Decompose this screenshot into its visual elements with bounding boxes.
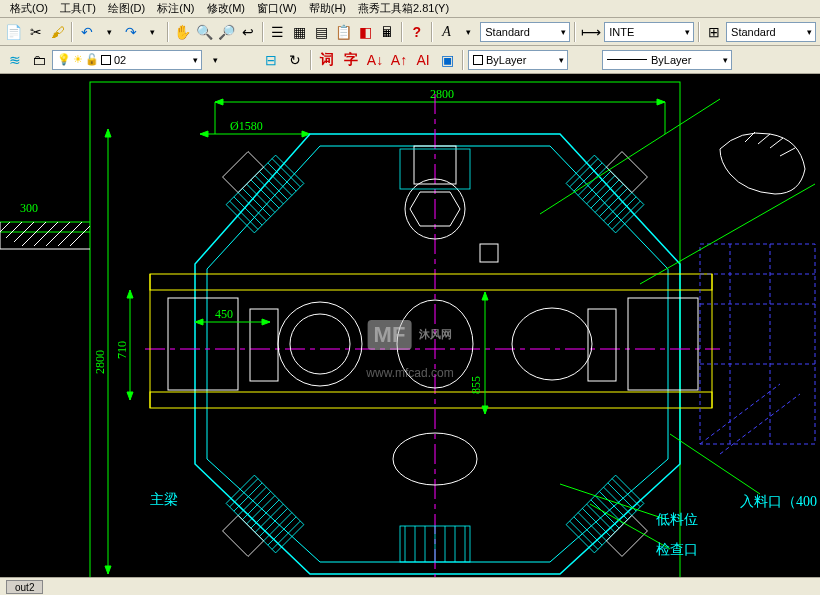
undo-dd-icon[interactable]: ▾ <box>99 21 119 43</box>
menubar: 格式(O) 工具(T) 绘图(D) 标注(N) 修改(M) 窗口(W) 帮助(H… <box>0 0 820 18</box>
svg-line-52 <box>242 188 270 216</box>
dim-300: 300 <box>20 201 38 215</box>
brush-icon[interactable]: 🖌 <box>48 21 68 43</box>
help-icon[interactable]: ? <box>407 21 427 43</box>
text-style-dropdown[interactable]: Standard <box>480 22 570 42</box>
svg-line-98 <box>608 483 636 511</box>
svg-line-81 <box>251 500 279 528</box>
note-low: 低料位 <box>656 512 698 527</box>
text-a2-icon[interactable]: A↑ <box>388 49 410 71</box>
textstyle-icon[interactable]: A <box>437 21 457 43</box>
svg-marker-113 <box>482 292 488 300</box>
svg-marker-23 <box>105 566 111 574</box>
svg-rect-36 <box>628 298 698 390</box>
svg-marker-114 <box>482 406 488 414</box>
menu-help[interactable]: 帮助(H) <box>303 0 352 17</box>
note-beam: 主梁 <box>150 492 178 507</box>
dim-450: 450 <box>215 307 233 321</box>
calc-icon[interactable]: 🖩 <box>377 21 397 43</box>
redo-icon[interactable]: ↷ <box>121 21 141 43</box>
svg-line-66 <box>582 171 610 199</box>
note-inspect: 检查口 <box>656 542 698 557</box>
new-icon[interactable]: 📄 <box>4 21 24 43</box>
svg-line-124 <box>640 184 815 284</box>
svg-line-13 <box>0 222 10 232</box>
redo-dd-icon[interactable]: ▾ <box>143 21 163 43</box>
svg-line-63 <box>570 159 598 187</box>
cut-icon[interactable]: ✂ <box>26 21 46 43</box>
separator <box>262 22 264 42</box>
linetype-value: ByLayer <box>651 54 691 66</box>
svg-line-53 <box>247 184 275 212</box>
dcenter-icon[interactable]: ▦ <box>290 21 310 43</box>
svg-marker-3 <box>657 99 665 105</box>
layer-dd-icon[interactable]: ▾ <box>204 49 226 71</box>
svg-line-122 <box>720 394 800 454</box>
ci-button[interactable]: 词 <box>316 49 338 71</box>
color-dropdown[interactable]: ByLayer <box>468 50 568 70</box>
svg-line-83 <box>259 508 287 536</box>
svg-marker-22 <box>105 129 111 137</box>
layerprops-icon[interactable]: 🗀 <box>28 49 50 71</box>
text-ai-icon[interactable]: AI <box>412 49 434 71</box>
table-style-dropdown[interactable]: Standard <box>726 22 816 42</box>
lock-icon: 🔓 <box>85 53 99 66</box>
pan-icon[interactable]: ✋ <box>173 21 193 43</box>
layers-icon[interactable]: ≋ <box>4 49 26 71</box>
zi-button[interactable]: 字 <box>340 49 362 71</box>
toolbar-1: 📄 ✂ 🖌 ↶ ▾ ↷ ▾ ✋ 🔍 🔎 ↩ ☰ ▦ ▤ 📋 ◧ 🖩 ? A ▾ … <box>0 18 820 46</box>
tpalette-icon[interactable]: ▤ <box>312 21 332 43</box>
color-swatch <box>473 55 483 65</box>
svg-marker-2 <box>215 99 223 105</box>
svg-line-51 <box>238 193 266 221</box>
layer-color-swatch <box>101 55 111 65</box>
text-style-value: Standard <box>485 26 530 38</box>
properties-icon[interactable]: ☰ <box>268 21 288 43</box>
zoom-window-icon[interactable]: 🔎 <box>216 21 236 43</box>
text-a1-icon[interactable]: A↓ <box>364 49 386 71</box>
watermark-url: www.mfcad.com <box>366 366 453 380</box>
layeriso-icon[interactable]: ⊟ <box>260 49 282 71</box>
menu-modify[interactable]: 修改(M) <box>201 0 252 17</box>
dim-phi1580: Ø1580 <box>230 119 263 133</box>
textstyle-dd-icon[interactable]: ▾ <box>458 21 478 43</box>
svg-rect-32 <box>150 392 712 408</box>
svg-marker-26 <box>127 392 133 400</box>
tablestyle-icon[interactable]: ⊞ <box>704 21 724 43</box>
markup-icon[interactable]: ◧ <box>355 21 375 43</box>
separator <box>401 22 403 42</box>
svg-line-89 <box>570 521 598 549</box>
svg-marker-110 <box>195 319 203 325</box>
separator <box>167 22 169 42</box>
zoom-realtime-icon[interactable]: 🔍 <box>195 21 215 43</box>
bulb-icon: 💡 <box>57 53 71 66</box>
zoom-prev-icon[interactable]: ↩ <box>238 21 258 43</box>
dim-855: 855 <box>469 376 483 394</box>
svg-line-19 <box>58 222 82 246</box>
svg-line-80 <box>247 496 275 524</box>
separator <box>698 22 700 42</box>
separator <box>310 50 312 70</box>
menu-draw[interactable]: 绘图(D) <box>102 0 151 17</box>
dim-style-value: INTE <box>609 26 634 38</box>
layout-tab[interactable]: out2 <box>6 580 43 594</box>
drawing-canvas[interactable]: 2800 Ø1580 300 2800 710 <box>0 74 820 595</box>
linetype-dropdown[interactable]: ByLayer <box>602 50 732 70</box>
menu-window[interactable]: 窗口(W) <box>251 0 303 17</box>
svg-line-86 <box>272 521 300 549</box>
menu-yanxiu[interactable]: 燕秀工具箱2.81(Y) <box>352 0 455 17</box>
svg-line-125 <box>560 484 665 519</box>
block-icon[interactable]: ▣ <box>436 49 458 71</box>
svg-line-18 <box>46 222 70 246</box>
layer-dropdown[interactable]: 💡 ☀ 🔓 02 <box>52 50 202 70</box>
svg-line-50 <box>234 197 262 225</box>
menu-dim[interactable]: 标注(N) <box>151 0 200 17</box>
dimstyle-icon[interactable]: ⟼ <box>580 21 602 43</box>
undo-icon[interactable]: ↶ <box>77 21 97 43</box>
svg-line-20 <box>70 226 90 246</box>
dim-style-dropdown[interactable]: INTE <box>604 22 694 42</box>
sheet-icon[interactable]: 📋 <box>333 21 353 43</box>
menu-format[interactable]: 格式(O) <box>4 0 54 17</box>
layerprev-icon[interactable]: ↻ <box>284 49 306 71</box>
menu-tools[interactable]: 工具(T) <box>54 0 102 17</box>
